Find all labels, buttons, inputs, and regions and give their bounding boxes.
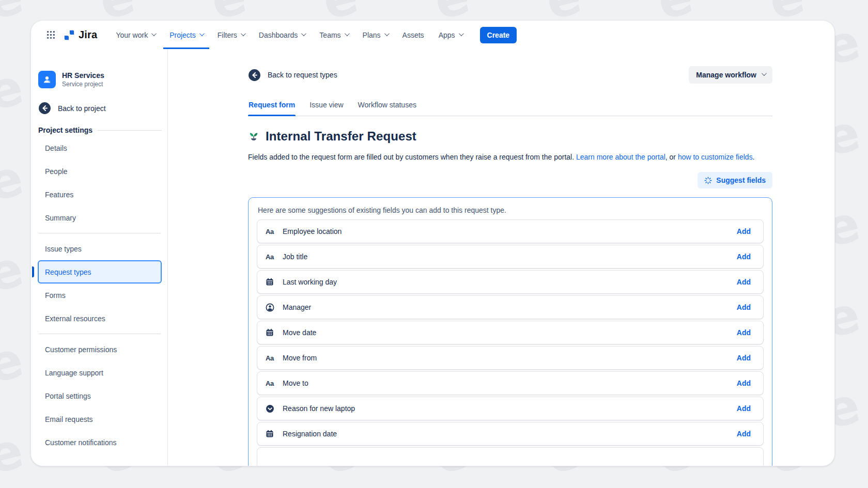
project-titles: HR Services Service project bbox=[62, 71, 104, 88]
add-field-button[interactable]: Add bbox=[737, 328, 751, 337]
create-button[interactable]: Create bbox=[480, 27, 517, 43]
sidebar-divider bbox=[39, 334, 161, 334]
add-field-button[interactable]: Add bbox=[737, 303, 751, 311]
back-to-request-types-button[interactable]: Back to request types bbox=[248, 69, 337, 82]
sidebar-group-general: Details People Features Summary bbox=[38, 136, 162, 229]
field-label: Reason for new laptop bbox=[283, 404, 355, 413]
calendar-icon bbox=[266, 328, 277, 337]
tab-issue-view[interactable]: Issue view bbox=[309, 98, 344, 116]
dropdown-field-icon bbox=[266, 404, 277, 413]
sidebar-heading: Project settings bbox=[38, 126, 162, 134]
sidebar-item-portal-settings[interactable]: Portal settings bbox=[38, 384, 162, 407]
project-avatar-icon bbox=[42, 74, 52, 85]
back-arrow-icon bbox=[248, 69, 261, 82]
chevron-down-icon bbox=[459, 31, 464, 36]
nav-item-assets[interactable]: Assets bbox=[396, 21, 430, 49]
sidebar-item-language-support[interactable]: Language support bbox=[38, 361, 162, 384]
tab-workflow-statuses[interactable]: Workflow statuses bbox=[358, 98, 417, 116]
sidebar-group-request: Issue types Request types Forms External… bbox=[38, 237, 162, 330]
project-header: HR Services Service project bbox=[38, 71, 162, 88]
sidebar-item-forms[interactable]: Forms bbox=[38, 284, 162, 307]
nav-item-label: Teams bbox=[319, 31, 340, 39]
nav-item-plans[interactable]: Plans bbox=[357, 21, 394, 49]
field-row-manager: Manager Add bbox=[257, 295, 764, 319]
field-row-last-working-day: Last working day Add bbox=[257, 270, 764, 294]
nav-item-label: Dashboards bbox=[259, 31, 298, 39]
short-text-field-icon: Aa bbox=[266, 228, 277, 235]
sidebar-item-details[interactable]: Details bbox=[38, 136, 162, 160]
nav-item-apps[interactable]: Apps bbox=[432, 21, 469, 49]
nav-item-dashboards[interactable]: Dashboards bbox=[253, 21, 312, 49]
sidebar-heading-label: Project settings bbox=[38, 126, 92, 134]
suggested-fields-header: Here are some suggestions of existing fi… bbox=[258, 206, 764, 214]
sidebar-item-external-resources[interactable]: External resources bbox=[38, 307, 162, 330]
add-field-button[interactable]: Add bbox=[737, 253, 751, 261]
back-arrow-icon bbox=[38, 102, 51, 115]
description-text: . bbox=[753, 153, 755, 161]
suggest-fields-button[interactable]: Suggest fields bbox=[698, 172, 772, 188]
app-switcher-button[interactable] bbox=[43, 21, 58, 49]
page-title: Internal Transfer Request bbox=[266, 129, 416, 144]
sidebar-item-features[interactable]: Features bbox=[38, 183, 162, 206]
field-label: Job title bbox=[283, 253, 307, 261]
field-row-reason-for-new-laptop: Reason for new laptop Add bbox=[257, 397, 764, 420]
tab-bar: Request form Issue view Workflow statuse… bbox=[248, 98, 772, 116]
nav-item-teams[interactable]: Teams bbox=[313, 21, 354, 49]
nav-item-your-work[interactable]: Your work bbox=[110, 21, 161, 49]
description-text: , or bbox=[665, 153, 678, 161]
request-type-sprout-icon bbox=[248, 131, 259, 142]
calendar-icon bbox=[266, 278, 277, 286]
top-nav-left: Jira Your work Projects Filters Dashboar… bbox=[43, 21, 517, 49]
field-label: Employee location bbox=[283, 227, 342, 235]
manage-workflow-button[interactable]: Manage workflow bbox=[689, 66, 772, 84]
manage-workflow-label: Manage workflow bbox=[696, 71, 756, 79]
field-row-move-date: Move date Add bbox=[257, 321, 764, 344]
portal-learn-more-link[interactable]: Learn more about the portal bbox=[576, 153, 665, 161]
sidebar-divider bbox=[39, 233, 161, 233]
nav-item-filters[interactable]: Filters bbox=[211, 21, 251, 49]
sidebar-item-email-requests[interactable]: Email requests bbox=[38, 407, 162, 431]
jira-logo-icon bbox=[64, 29, 75, 41]
short-text-field-icon: Aa bbox=[266, 380, 277, 387]
sidebar-group-channels: Customer permissions Language support Po… bbox=[38, 338, 162, 454]
add-field-button[interactable]: Add bbox=[737, 278, 751, 286]
person-icon bbox=[266, 303, 277, 312]
add-field-button[interactable]: Add bbox=[737, 354, 751, 362]
field-row-clipped bbox=[257, 447, 764, 466]
nav-item-label: Assets bbox=[402, 31, 424, 39]
add-field-button[interactable]: Add bbox=[737, 430, 751, 438]
nav-item-label: Your work bbox=[116, 31, 148, 39]
customize-fields-link[interactable]: how to customize fields bbox=[678, 153, 753, 161]
sidebar-item-issue-types[interactable]: Issue types bbox=[38, 237, 162, 260]
calendar-icon bbox=[266, 430, 277, 438]
field-label: Move to bbox=[283, 379, 308, 387]
top-nav: Jira Your work Projects Filters Dashboar… bbox=[31, 21, 834, 49]
short-text-field-icon: Aa bbox=[266, 253, 277, 261]
page: e e bbox=[0, 0, 868, 488]
project-avatar bbox=[38, 71, 56, 88]
field-row-job-title: Aa Job title Add bbox=[257, 245, 764, 269]
field-label: Move from bbox=[283, 354, 317, 362]
nav-item-projects[interactable]: Projects bbox=[163, 21, 209, 49]
nav-item-label: Filters bbox=[218, 31, 237, 39]
sidebar-item-people[interactable]: People bbox=[38, 160, 162, 183]
sidebar-item-customer-notifications[interactable]: Customer notifications bbox=[38, 431, 162, 454]
add-field-button[interactable]: Add bbox=[737, 227, 751, 235]
main-content: Back to request types Manage workflow Re… bbox=[168, 49, 834, 466]
add-field-button[interactable]: Add bbox=[737, 404, 751, 413]
field-row-move-from: Aa Move from Add bbox=[257, 346, 764, 370]
back-to-project-button[interactable]: Back to project bbox=[38, 102, 162, 115]
add-field-button[interactable]: Add bbox=[737, 379, 751, 387]
project-type: Service project bbox=[62, 81, 104, 88]
jira-logo-text: Jira bbox=[79, 29, 97, 41]
jira-logo[interactable]: Jira bbox=[60, 21, 102, 49]
sidebar-item-summary[interactable]: Summary bbox=[38, 206, 162, 229]
chevron-down-icon bbox=[301, 31, 306, 36]
short-text-field-icon: Aa bbox=[266, 354, 277, 362]
field-row-resignation-date: Resignation date Add bbox=[257, 422, 764, 446]
field-label: Move date bbox=[283, 328, 316, 337]
field-label: Resignation date bbox=[283, 430, 337, 438]
tab-request-form[interactable]: Request form bbox=[248, 98, 296, 116]
sidebar-item-customer-permissions[interactable]: Customer permissions bbox=[38, 338, 162, 361]
sidebar-item-request-types[interactable]: Request types bbox=[38, 260, 162, 284]
